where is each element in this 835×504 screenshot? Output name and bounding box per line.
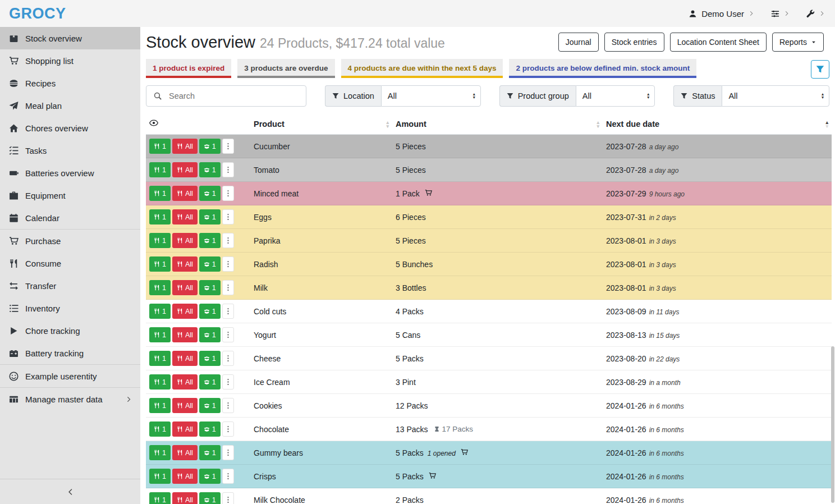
open-one-button[interactable]: 1 [199, 469, 221, 484]
consume-one-button[interactable]: 1 [149, 469, 171, 484]
row-menu-button[interactable] [222, 327, 234, 342]
consume-all-button[interactable]: All [172, 327, 198, 342]
consume-one-button[interactable]: 1 [149, 256, 171, 272]
sidebar-item-inventory[interactable]: Inventory [0, 297, 140, 319]
status-banner-expired[interactable]: 1 product is expired [146, 59, 231, 78]
row-menu-button[interactable] [222, 445, 234, 460]
status-banner-below-min[interactable]: 2 products are below defined min. stock … [509, 59, 696, 78]
open-one-button[interactable]: 1 [199, 233, 221, 248]
sidebar-item-equipment[interactable]: Equipment [0, 184, 140, 207]
row-menu-button[interactable] [222, 233, 234, 248]
consume-one-button[interactable]: 1 [149, 374, 171, 390]
sidebar-item-purchase[interactable]: Purchase [0, 230, 140, 252]
consume-all-button[interactable]: All [172, 445, 198, 460]
sidebar-item-transfer[interactable]: Transfer [0, 274, 140, 297]
sidebar-item-chores-overview[interactable]: Chores overview [0, 117, 140, 139]
filter-toggle-button[interactable] [811, 60, 829, 79]
sidebar-item-stock-overview[interactable]: Stock overview [0, 27, 140, 49]
row-menu-button[interactable] [222, 280, 234, 295]
product-group-select[interactable]: All▴▾ [576, 85, 655, 107]
reports-button[interactable]: Reports [772, 33, 824, 52]
consume-one-button[interactable]: 1 [149, 280, 171, 295]
status-banner-due-soon[interactable]: 4 products are due within the next 5 day… [341, 59, 503, 78]
row-menu-button[interactable] [222, 492, 234, 504]
open-one-button[interactable]: 1 [199, 162, 221, 177]
consume-one-button[interactable]: 1 [149, 162, 171, 177]
column-header-product[interactable]: Product▴▾ [250, 113, 392, 135]
consume-all-button[interactable]: All [172, 398, 198, 413]
consume-all-button[interactable]: All [172, 139, 198, 154]
open-one-button[interactable]: 1 [199, 186, 221, 201]
journal-button[interactable]: Journal [558, 33, 599, 52]
open-one-button[interactable]: 1 [199, 256, 221, 272]
row-menu-button[interactable] [222, 209, 234, 224]
scrollbar[interactable] [831, 346, 834, 503]
open-one-button[interactable]: 1 [199, 139, 221, 154]
sidebar-item-shopping-list[interactable]: Shopping list [0, 49, 140, 72]
row-menu-button[interactable] [222, 351, 234, 366]
stock-entries-button[interactable]: Stock entries [604, 33, 664, 52]
row-menu-button[interactable] [222, 304, 234, 319]
consume-one-button[interactable]: 1 [149, 186, 171, 201]
row-menu-button[interactable] [222, 139, 234, 154]
consume-one-button[interactable]: 1 [149, 327, 171, 342]
row-menu-button[interactable] [222, 162, 234, 177]
consume-all-button[interactable]: All [172, 469, 198, 484]
column-header-due-date[interactable]: Next due date▴▾ [603, 113, 832, 135]
eye-icon[interactable] [149, 118, 158, 127]
sidebar-item-chore-tracking[interactable]: Chore tracking [0, 319, 140, 342]
sidebar-collapse-button[interactable] [0, 479, 140, 504]
open-one-button[interactable]: 1 [199, 421, 221, 437]
row-menu-button[interactable] [222, 421, 234, 437]
consume-all-button[interactable]: All [172, 280, 198, 295]
consume-all-button[interactable]: All [172, 351, 198, 366]
admin-menu[interactable] [806, 10, 825, 18]
sidebar-item-tasks[interactable]: Tasks [0, 139, 140, 162]
search-input[interactable] [169, 86, 306, 106]
sidebar-item-batteries-overview[interactable]: Batteries overview [0, 162, 140, 184]
consume-all-button[interactable]: All [172, 304, 198, 319]
row-menu-button[interactable] [222, 374, 234, 390]
consume-all-button[interactable]: All [172, 209, 198, 224]
consume-all-button[interactable]: All [172, 421, 198, 437]
sidebar-item-calendar[interactable]: Calendar [0, 207, 140, 229]
consume-one-button[interactable]: 1 [149, 351, 171, 366]
open-one-button[interactable]: 1 [199, 398, 221, 413]
open-one-button[interactable]: 1 [199, 351, 221, 366]
open-one-button[interactable]: 1 [199, 327, 221, 342]
open-one-button[interactable]: 1 [199, 445, 221, 460]
open-one-button[interactable]: 1 [199, 304, 221, 319]
row-menu-button[interactable] [222, 186, 234, 201]
consume-one-button[interactable]: 1 [149, 233, 171, 248]
consume-all-button[interactable]: All [172, 233, 198, 248]
consume-one-button[interactable]: 1 [149, 398, 171, 413]
consume-all-button[interactable]: All [172, 256, 198, 272]
sidebar-item-manage-master-data[interactable]: Manage master data [0, 388, 140, 410]
display-settings-menu[interactable] [771, 10, 790, 18]
open-one-button[interactable]: 1 [199, 374, 221, 390]
grocy-logo[interactable]: GROCY [9, 5, 66, 22]
sidebar-item-example-userentity[interactable]: Example userentity [0, 365, 140, 387]
row-menu-button[interactable] [222, 256, 234, 272]
consume-one-button[interactable]: 1 [149, 421, 171, 437]
sidebar-item-meal-plan[interactable]: Meal plan [0, 94, 140, 117]
consume-all-button[interactable]: All [172, 492, 198, 504]
row-menu-button[interactable] [222, 469, 234, 484]
user-menu[interactable]: Demo User [689, 9, 754, 19]
consume-one-button[interactable]: 1 [149, 139, 171, 154]
location-content-sheet-button[interactable]: Location Content Sheet [670, 33, 767, 52]
open-one-button[interactable]: 1 [199, 280, 221, 295]
location-select[interactable]: All▴▾ [381, 85, 481, 107]
consume-one-button[interactable]: 1 [149, 304, 171, 319]
consume-one-button[interactable]: 1 [149, 445, 171, 460]
sidebar-item-battery-tracking[interactable]: Battery tracking [0, 342, 140, 364]
status-select[interactable]: All▴▾ [722, 85, 829, 107]
column-header-amount[interactable]: Amount▴▾ [392, 113, 603, 135]
consume-one-button[interactable]: 1 [149, 492, 171, 504]
open-one-button[interactable]: 1 [199, 209, 221, 224]
consume-all-button[interactable]: All [172, 186, 198, 201]
consume-all-button[interactable]: All [172, 374, 198, 390]
sidebar-item-recipes[interactable]: Recipes [0, 72, 140, 94]
open-one-button[interactable]: 1 [199, 492, 221, 504]
consume-all-button[interactable]: All [172, 162, 198, 177]
